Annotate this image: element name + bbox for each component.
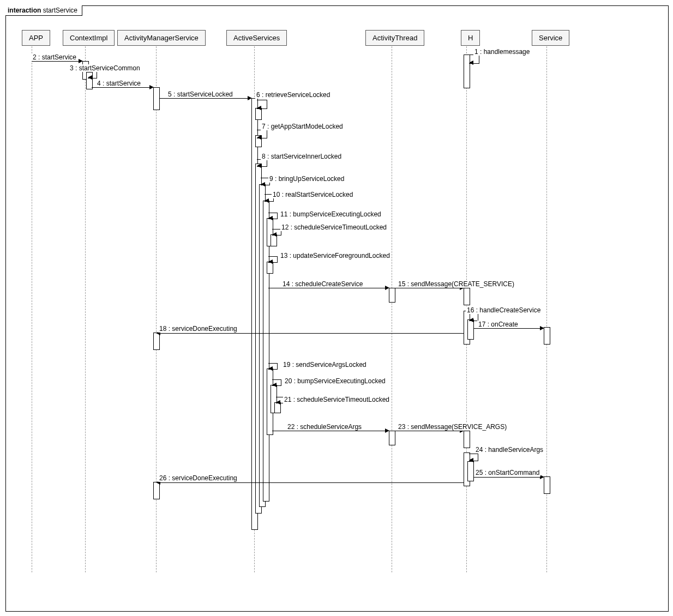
arrow-head-icon bbox=[257, 135, 261, 140]
arrow-head-icon bbox=[268, 259, 273, 264]
msg-17: 17 : onCreate bbox=[477, 321, 519, 328]
activation-ams-1 bbox=[153, 87, 160, 110]
arrow-head-icon bbox=[268, 366, 273, 371]
arrow-2 bbox=[32, 61, 81, 62]
msg-24: 24 : handleServiceArgs bbox=[474, 446, 544, 454]
lifeline-activitythread bbox=[392, 46, 392, 572]
msg-13: 13 : updateServiceForegroundLocked bbox=[279, 252, 391, 259]
participant-label: ActivityManagerService bbox=[124, 34, 199, 42]
msg-5: 5 : startServiceLocked bbox=[167, 90, 234, 98]
arrow-head-icon bbox=[257, 164, 261, 168]
participant-label: ActiveServices bbox=[233, 34, 280, 42]
participant-label: APP bbox=[29, 34, 43, 42]
arrow-head-icon bbox=[88, 75, 92, 80]
msg-20: 20 : bumpServiceExecutingLocked bbox=[284, 377, 387, 385]
lifeline-contextimpl bbox=[85, 46, 86, 572]
arrow-head-icon bbox=[385, 286, 389, 290]
msg-1: 1 : handlemessage bbox=[473, 48, 531, 56]
arrow-17 bbox=[473, 328, 543, 329]
msg-4: 4 : startService bbox=[96, 80, 142, 87]
activation-h-16b bbox=[467, 319, 474, 340]
msg-6: 6 : retrieveServiceLocked bbox=[255, 91, 331, 99]
arrow-head-icon bbox=[268, 216, 273, 220]
arrow-head-icon bbox=[469, 458, 473, 462]
msg-12: 12 : scheduleServiceTimeoutLocked bbox=[280, 224, 388, 231]
arrow-23 bbox=[395, 431, 462, 431]
activation-h-24b bbox=[467, 461, 474, 481]
arrow-head-icon bbox=[469, 318, 473, 322]
arrow-25 bbox=[473, 477, 543, 478]
activation-h-23 bbox=[464, 431, 470, 448]
arrow-15 bbox=[395, 288, 462, 288]
arrow-head-icon bbox=[540, 326, 544, 330]
msg-23: 23 : sendMessage(SERVICE_ARGS) bbox=[397, 423, 508, 431]
arrow-26 bbox=[159, 482, 464, 483]
arrow-head-icon bbox=[149, 85, 154, 89]
arrow-22 bbox=[272, 431, 388, 431]
frame-label: interaction startService bbox=[5, 5, 82, 16]
arrow-18 bbox=[159, 333, 464, 334]
arrow-head-icon bbox=[248, 96, 252, 100]
participant-label: ActivityThread bbox=[372, 34, 417, 42]
msg-25: 25 : onStartCommand bbox=[474, 469, 540, 476]
participant-activitythread: ActivityThread bbox=[365, 30, 424, 46]
activation-service-17 bbox=[544, 327, 550, 345]
activation-activitythread-22 bbox=[389, 431, 395, 445]
msg-26: 26 : serviceDoneExecuting bbox=[158, 474, 238, 482]
participant-contextimpl: ContextImpl bbox=[63, 30, 115, 46]
activation-service-25 bbox=[544, 476, 550, 494]
arrow-4 bbox=[92, 87, 153, 88]
msg-9: 9 : bringUpServiceLocked bbox=[268, 175, 345, 183]
msg-7: 7 : getAppStartModeLocked bbox=[261, 123, 344, 130]
frame-name: startService bbox=[43, 7, 77, 14]
frame-border bbox=[5, 5, 669, 612]
arrow-head-icon bbox=[272, 383, 277, 387]
msg-2: 2 : startService bbox=[32, 53, 77, 61]
msg-22: 22 : scheduleServiceArgs bbox=[286, 423, 363, 431]
arrow-head-icon bbox=[265, 198, 269, 203]
participant-service: Service bbox=[532, 30, 569, 46]
sequence-diagram: interaction startService APP ContextImpl… bbox=[0, 0, 673, 616]
arrow-head-icon bbox=[276, 400, 280, 404]
frame-prefix: interaction bbox=[8, 7, 41, 14]
participant-app: APP bbox=[22, 30, 50, 46]
arrow-head-icon bbox=[79, 59, 83, 63]
arrow-head-icon bbox=[272, 232, 277, 237]
arrow-head-icon bbox=[261, 182, 265, 186]
participant-label: H bbox=[468, 34, 473, 42]
participant-activeservices: ActiveServices bbox=[226, 30, 287, 46]
arrow-5 bbox=[159, 98, 251, 99]
arrow-14 bbox=[268, 288, 387, 288]
lifeline-app bbox=[32, 46, 32, 572]
msg-14: 14 : scheduleCreateService bbox=[281, 280, 364, 288]
participant-ams: ActivityManagerService bbox=[117, 30, 206, 46]
participant-h: H bbox=[461, 30, 480, 46]
arrow-head-icon bbox=[385, 428, 389, 433]
msg-3: 3 : startServiceCommon bbox=[69, 64, 141, 72]
arrow-head-icon bbox=[469, 61, 473, 65]
msg-16: 16 : handleCreateService bbox=[466, 306, 542, 314]
activation-activitythread-14 bbox=[389, 288, 395, 303]
msg-19: 19 : sendServiceArgsLocked bbox=[282, 361, 368, 369]
msg-10: 10 : realStartServiceLocked bbox=[272, 191, 354, 198]
participant-label: ContextImpl bbox=[70, 34, 107, 42]
msg-11: 11 : bumpServiceExecutingLocked bbox=[279, 210, 382, 218]
msg-15: 15 : sendMessage(CREATE_SERVICE) bbox=[397, 280, 515, 288]
msg-8: 8 : startServiceInnerLocked bbox=[261, 153, 342, 160]
arrow-head-icon bbox=[257, 106, 261, 110]
activation-h-15 bbox=[464, 288, 470, 305]
msg-18: 18 : serviceDoneExecuting bbox=[158, 325, 238, 333]
msg-21: 21 : scheduleServiceTimeoutLocked bbox=[283, 396, 390, 403]
participant-label: Service bbox=[539, 34, 562, 42]
